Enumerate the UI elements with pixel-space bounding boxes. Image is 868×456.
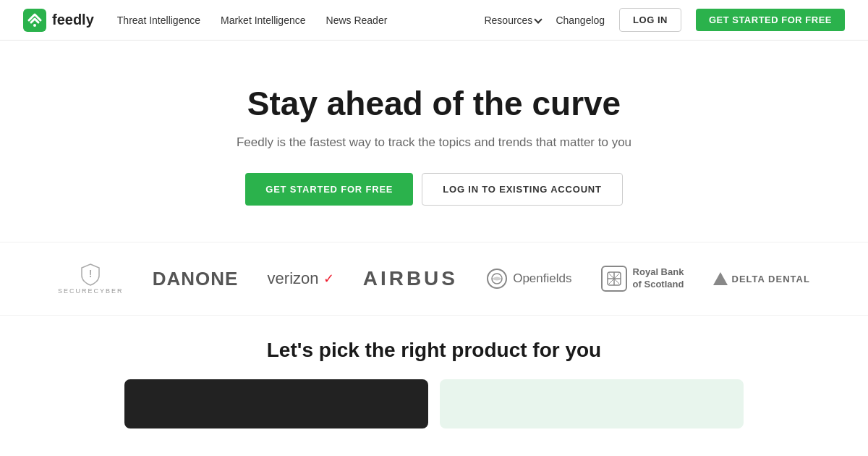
logo-link[interactable]: feedly — [23, 9, 94, 32]
danone-label: DANONE — [153, 268, 239, 290]
nav-threat-intelligence[interactable]: Threat Intelligence — [117, 14, 200, 26]
royalbank-label: Royal Bank of Scotland — [633, 266, 684, 291]
nav-market-intelligence[interactable]: Market Intelligence — [221, 14, 306, 26]
hero-get-started-button[interactable]: GET STARTED FOR FREE — [245, 173, 413, 206]
royalbank-svg — [606, 271, 622, 287]
openfields-svg — [490, 272, 503, 285]
svg-point-1 — [33, 24, 36, 27]
product-section-title: Let's pick the right product for you — [23, 339, 845, 362]
securecyber-label: SECURECYBER — [58, 287, 124, 295]
logo-royalbank: Royal Bank of Scotland — [601, 266, 684, 292]
nav-links: Threat Intelligence Market Intelligence … — [117, 14, 485, 26]
hero-section: Stay ahead of the curve Feedly is the fa… — [0, 41, 868, 235]
hero-title: Stay ahead of the curve — [23, 84, 845, 124]
hero-subtitle: Feedly is the fastest way to track the t… — [23, 135, 845, 150]
logos-section: ! SECURECYBER DANONE verizon✓ AIRBUS Ope… — [0, 242, 868, 316]
logo-airbus: AIRBUS — [363, 267, 458, 290]
royalbank-line2: of Scotland — [633, 279, 684, 291]
deltadental-icon — [713, 272, 728, 285]
logo-deltadental: DELTA DENTAL — [713, 272, 810, 285]
airbus-label: AIRBUS — [363, 267, 458, 290]
product-cards — [23, 379, 845, 428]
get-started-nav-button[interactable]: GET STARTED FOR FREE — [696, 9, 845, 31]
royalbank-line1: Royal Bank — [633, 266, 684, 279]
nav-resources-dropdown[interactable]: Resources — [484, 14, 541, 26]
nav-news-reader[interactable]: News Reader — [326, 14, 388, 26]
logo-text: feedly — [52, 12, 94, 28]
hero-login-button[interactable]: LOG IN TO EXISTING ACCOUNT — [422, 173, 622, 206]
resources-label: Resources — [484, 14, 532, 26]
feedly-logo-icon — [23, 9, 46, 32]
chevron-down-icon — [535, 15, 542, 23]
product-section: Let's pick the right product for you — [0, 316, 868, 443]
logo-securecyber: ! SECURECYBER — [58, 263, 124, 295]
securecyber-icon: ! — [80, 263, 101, 286]
logo-openfields: Openfields — [487, 269, 571, 289]
openfields-label: Openfields — [513, 271, 571, 286]
deltadental-label: DELTA DENTAL — [732, 274, 810, 284]
royalbank-icon — [601, 266, 627, 292]
nav-changelog[interactable]: Changelog — [556, 14, 605, 26]
verizon-checkmark: ✓ — [323, 271, 334, 287]
nav-right: Resources Changelog LOG IN GET STARTED F… — [484, 8, 845, 32]
hero-buttons: GET STARTED FOR FREE LOG IN TO EXISTING … — [23, 173, 845, 206]
logo-verizon: verizon✓ — [268, 269, 334, 288]
logo-danone: DANONE — [153, 268, 239, 290]
openfields-icon — [487, 269, 507, 289]
product-card-light[interactable] — [440, 379, 744, 428]
main-nav: feedly Threat Intelligence Market Intell… — [0, 0, 868, 41]
login-button[interactable]: LOG IN — [619, 8, 681, 32]
svg-text:!: ! — [89, 268, 93, 279]
product-card-dark[interactable] — [124, 379, 428, 428]
verizon-label: verizon — [268, 269, 319, 288]
